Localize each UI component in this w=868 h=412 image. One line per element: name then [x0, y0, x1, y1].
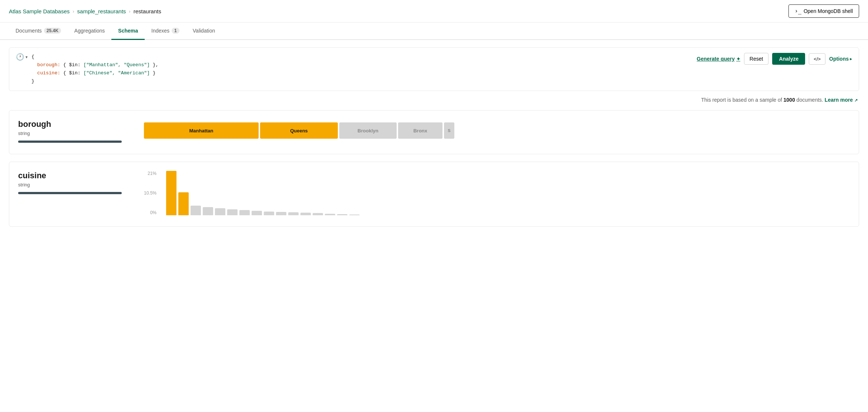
sample-count: 1000: [784, 97, 795, 103]
borough-bar-staten[interactable]: S: [444, 122, 454, 139]
cuisine-chart-wrapper: 21% 10.5% 0%: [144, 171, 850, 215]
cuisine-bar-16[interactable]: [349, 215, 360, 215]
cuisine-bar-11[interactable]: [288, 212, 299, 215]
cuisine-field-card: cuisine string 21% 10.5% 0%: [9, 162, 859, 227]
cuisine-bar-1[interactable]: [166, 171, 176, 215]
learn-more-link[interactable]: Learn more ↗: [825, 97, 858, 103]
external-link-icon: ↗: [854, 98, 858, 102]
cuisine-bar-8[interactable]: [252, 211, 262, 215]
chevron-down-icon: ▾: [26, 55, 28, 60]
y-label-0: 0%: [144, 210, 157, 215]
borough-field-type: string: [18, 131, 129, 136]
tab-schema[interactable]: Schema: [111, 23, 145, 40]
breadcrumb-atlas[interactable]: Atlas Sample Databases: [9, 8, 70, 14]
borough-field-name: borough: [18, 119, 129, 129]
embed-button[interactable]: </>: [809, 53, 825, 65]
tab-documents-badge: 25.4K: [44, 28, 61, 34]
analyze-button[interactable]: Analyze: [772, 53, 805, 65]
chevron-right-icon: ▸: [850, 57, 852, 61]
tab-documents[interactable]: Documents 25.4K: [9, 23, 68, 40]
borough-field-card: borough string Manhattan Queens Brooklyn…: [9, 110, 859, 154]
cuisine-bar-10[interactable]: [276, 212, 286, 216]
cuisine-y-labels: 21% 10.5% 0%: [144, 171, 159, 215]
shell-icon: ›_: [795, 8, 801, 14]
query-code[interactable]: { borough: { $in: ["Manhattan", "Queens"…: [31, 53, 158, 85]
borough-bar-queens[interactable]: Queens: [260, 122, 338, 139]
sample-info-text-before: This report is based on a sample of: [701, 97, 784, 103]
sample-info-text-after: documents.: [795, 97, 823, 103]
cuisine-bar-4[interactable]: [203, 207, 213, 216]
tab-validation[interactable]: Validation: [186, 23, 222, 40]
cuisine-bar-12[interactable]: [300, 213, 311, 215]
cuisine-field-bar: [18, 192, 122, 194]
breadcrumb-sep-2: ›: [129, 9, 130, 14]
cuisine-bar-7[interactable]: [239, 210, 250, 215]
cuisine-bar-2[interactable]: [178, 192, 189, 215]
y-label-21: 21%: [144, 171, 157, 176]
cuisine-field-type: string: [18, 182, 129, 188]
open-mongodb-shell-button[interactable]: ›_ Open MongoDB shell: [788, 4, 859, 18]
sample-info: This report is based on a sample of 1000…: [9, 97, 859, 103]
cuisine-bar-9[interactable]: [264, 212, 274, 216]
tabs: Documents 25.4K Aggregations Schema Inde…: [0, 23, 868, 40]
breadcrumb-restaurants: restaurants: [134, 8, 161, 14]
breadcrumb-sep-1: ›: [73, 9, 74, 14]
cuisine-bar-15[interactable]: [337, 214, 347, 216]
tab-indexes-badge: 1: [172, 28, 179, 34]
tab-aggregations[interactable]: Aggregations: [68, 23, 112, 40]
borough-field-bar: [18, 141, 122, 143]
main-content: 🕐 ▾ { borough: { $in: ["Manhattan", "Que…: [0, 40, 868, 242]
breadcrumb-sample-restaurants[interactable]: sample_restaurants: [77, 8, 126, 14]
borough-bar-bronx[interactable]: Bronx: [398, 122, 443, 139]
tab-documents-label: Documents: [16, 28, 42, 34]
tab-schema-label: Schema: [118, 28, 138, 34]
learn-more-label: Learn more: [825, 97, 853, 103]
cuisine-field-name: cuisine: [18, 171, 129, 180]
cuisine-bar-13[interactable]: [313, 213, 323, 215]
generate-query-label: Generate query: [697, 56, 735, 62]
query-history-button[interactable]: 🕐 ▾: [16, 53, 28, 61]
generate-query-button[interactable]: Generate query ✦: [697, 56, 740, 62]
options-button[interactable]: Options ▸: [829, 56, 852, 62]
y-label-105: 10.5%: [144, 190, 157, 196]
cuisine-bar-14[interactable]: [325, 214, 335, 216]
open-shell-label: Open MongoDB shell: [804, 8, 853, 14]
header: Atlas Sample Databases › sample_restaura…: [0, 0, 868, 23]
query-editor: 🕐 ▾ { borough: { $in: ["Manhattan", "Que…: [9, 47, 859, 91]
query-toolbar: Generate query ✦ Reset Analyze </> Optio…: [697, 53, 852, 65]
sparkle-icon: ✦: [736, 56, 740, 62]
tab-validation-label: Validation: [193, 28, 215, 34]
cuisine-bar-5[interactable]: [215, 208, 225, 215]
tab-aggregations-label: Aggregations: [74, 28, 105, 34]
cuisine-bar-6[interactable]: [227, 209, 238, 216]
options-label: Options: [829, 56, 849, 62]
reset-button[interactable]: Reset: [744, 53, 769, 65]
borough-bar-manhattan[interactable]: Manhattan: [144, 122, 259, 139]
borough-bar-brooklyn[interactable]: Brooklyn: [339, 122, 397, 139]
tab-indexes-label: Indexes: [151, 28, 169, 34]
tab-indexes[interactable]: Indexes 1: [145, 23, 186, 40]
borough-bars: Manhattan Queens Brooklyn Bronx S: [144, 122, 850, 139]
breadcrumb: Atlas Sample Databases › sample_restaura…: [9, 8, 161, 14]
cuisine-bar-3[interactable]: [191, 206, 201, 215]
cuisine-bars: [166, 171, 360, 215]
clock-icon: 🕐: [16, 53, 24, 61]
